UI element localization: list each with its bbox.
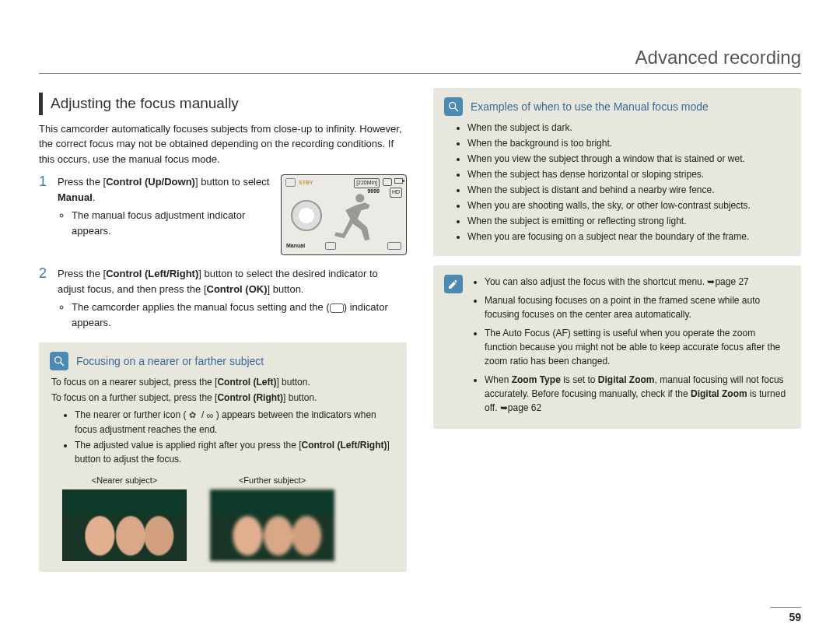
info-p1: To focus on a nearer subject, press the … <box>51 375 396 389</box>
info-box-examples: Examples of when to use the Manual focus… <box>433 88 801 256</box>
text-bold: Digital Zoom <box>598 374 655 385</box>
note-4: When Zoom Type is set to Digital Zoom, m… <box>485 373 790 415</box>
svg-line-1 <box>61 363 64 366</box>
content-columns: Adjusting the focus manually This camcor… <box>39 88 801 572</box>
text: . <box>93 191 96 203</box>
thumb-further-image <box>210 489 334 561</box>
examples-list: When the subject is dark.When the backgr… <box>444 121 790 244</box>
text: ] button to select <box>195 176 269 188</box>
example-item: When the background is too bright. <box>467 136 790 150</box>
page-number: 59 <box>770 607 801 623</box>
text-bold: Control (Left) <box>217 377 276 388</box>
example-item: When you are shooting walls, the sky, or… <box>467 198 790 212</box>
thumb-nearer-image <box>62 489 187 561</box>
mf-indicator-icon <box>330 303 344 313</box>
step-2: 2 Press the [Control (Left/Right)] butto… <box>39 266 407 332</box>
macro-icon <box>325 242 336 250</box>
battery-icon <box>394 178 403 184</box>
step-1-bullet: The manual focus adjustment indicator ap… <box>72 208 273 238</box>
svg-line-3 <box>455 108 458 111</box>
text: The adjusted value is applied right afte… <box>75 440 302 451</box>
lcd-time: [220Min] <box>354 178 380 188</box>
example-item: When the subject is dark. <box>467 121 790 135</box>
info-p2: To focus on a further subject, press the… <box>51 391 396 405</box>
record-icon <box>383 178 392 186</box>
text: You can also adjust the focus with the s… <box>485 276 707 287</box>
info-box-focusing: Focusing on a nearer or farther subject … <box>39 342 407 572</box>
lcd-preview: STBY [220Min] 9999 HD Manual <box>281 174 407 255</box>
step-2-bullet: The camcorder applies the manual focus s… <box>72 300 407 330</box>
text: ] button. <box>276 377 310 388</box>
example-item: When you view the subject through a wind… <box>467 152 790 166</box>
text-bold: Zoom Type <box>512 374 561 385</box>
infinity-icon <box>387 242 401 250</box>
thumbnail-row: <Nearer subject> <Further subject> <box>51 474 396 562</box>
svg-point-0 <box>55 357 61 363</box>
text: ] button. <box>268 283 304 295</box>
home-icon <box>285 178 296 187</box>
arrow-icon: ➥ <box>707 275 715 289</box>
text-bold: Control (Up/Down) <box>106 176 195 188</box>
text: Press the [ <box>58 268 106 279</box>
text-bold: Control (Left/Right) <box>302 440 387 451</box>
text: To focus on a nearer subject, press the … <box>51 377 217 388</box>
section-heading-focus: Adjusting the focus manually <box>39 93 407 115</box>
text: When <box>485 374 512 385</box>
dpad-icon <box>291 200 322 231</box>
text-bold: Control (Left/Right) <box>106 268 198 279</box>
lcd-hd: HD <box>390 188 402 198</box>
arrow-icon: ➥ <box>500 401 508 415</box>
lcd-stby: STBY <box>299 179 313 188</box>
lcd-manual-label: Manual <box>286 242 305 251</box>
note-1: You can also adjust the focus with the s… <box>485 275 790 289</box>
text: Press the [ <box>58 176 106 188</box>
thumb-nearer-label: <Nearer subject> <box>62 474 187 487</box>
text: To focus on a further subject, press the… <box>51 392 217 403</box>
right-column: Examples of when to use the Manual focus… <box>433 88 801 572</box>
magnifier-icon <box>444 97 463 116</box>
thumb-further: <Further subject> <box>210 474 334 562</box>
text: The nearer or further icon ( <box>75 409 189 420</box>
text: The camcorder applies the manual focus s… <box>72 301 330 313</box>
example-item: When the subject is emitting or reflecti… <box>467 214 790 228</box>
note-pencil-icon <box>444 275 463 293</box>
intro-paragraph: This camcorder automatically focuses sub… <box>39 121 407 167</box>
thumb-further-label: <Further subject> <box>210 474 334 487</box>
flower-icon <box>189 410 199 420</box>
text: page 62 <box>508 402 541 413</box>
page-title: Advanced recording <box>39 47 801 74</box>
info-box-title: Examples of when to use the Manual focus… <box>471 99 790 115</box>
info-bullet-2: The adjusted value is applied right afte… <box>75 438 396 466</box>
step-1: 1 Press the [Control (Up/Down)] button t… <box>39 174 407 255</box>
note-box: You can also adjust the focus with the s… <box>433 265 801 429</box>
example-item: When the subject is distant and behind a… <box>467 183 790 197</box>
steps-list: 1 Press the [Control (Up/Down)] button t… <box>39 174 407 332</box>
info-bullet-1: The nearer or further icon ( / ∞ ) appea… <box>75 408 396 437</box>
example-item: When the subject has dense horizontal or… <box>467 167 790 181</box>
text: ] button. <box>283 392 317 403</box>
example-item: When you are focusing on a subject near … <box>467 230 790 244</box>
text-bold: Digital Zoom <box>691 388 747 399</box>
left-column: Adjusting the focus manually This camcor… <box>39 88 407 572</box>
skater-silhouette-icon <box>324 189 384 250</box>
text-bold: Control (OK) <box>207 283 268 295</box>
step-1-number: 1 <box>39 174 50 255</box>
text-bold: Manual <box>58 191 93 203</box>
text: page 27 <box>715 276 748 287</box>
info-box-title: Focusing on a nearer or farther subject <box>76 353 396 370</box>
svg-point-2 <box>450 103 456 109</box>
note-3: The Auto Focus (AF) setting is useful wh… <box>485 326 790 368</box>
magnifier-icon <box>50 352 68 370</box>
text-bold: Control (Right) <box>217 392 283 403</box>
text: is set to <box>561 374 598 385</box>
text: / <box>199 409 207 420</box>
thumb-nearer: <Nearer subject> <box>62 474 187 562</box>
note-2: Manual focusing focuses on a point in th… <box>485 293 790 321</box>
step-2-number: 2 <box>39 266 50 332</box>
